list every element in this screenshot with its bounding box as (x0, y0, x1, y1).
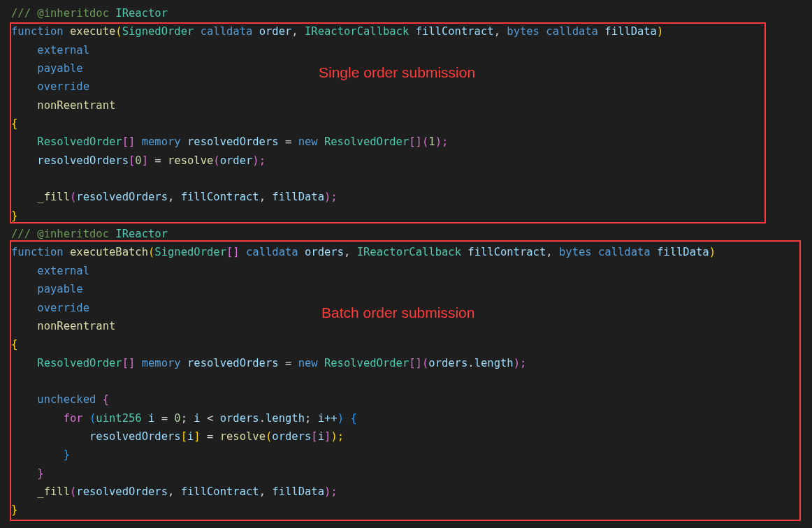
modifier-payable: payable (11, 283, 83, 295)
paren-close-semi: ); (324, 485, 338, 498)
param-type: bytes (507, 25, 539, 38)
paren-close: ) (657, 25, 663, 38)
function-call: resolve (220, 430, 266, 443)
param-name: fillData (651, 246, 709, 258)
bracket-close: ] (194, 430, 200, 443)
equals: = (161, 412, 175, 425)
var-name: resolvedOrders (89, 430, 181, 443)
array-brackets: [] (409, 357, 422, 369)
paren-open: ( (70, 191, 76, 203)
for-keyword: for (64, 412, 83, 425)
equals: = (285, 135, 298, 148)
paren-open: ( (213, 154, 219, 167)
semicolon: ; (181, 412, 194, 425)
paren-open: ( (266, 430, 272, 443)
indent (11, 412, 64, 425)
new-keyword: new (298, 357, 318, 369)
comma: , (168, 485, 181, 498)
param-name: fillContract (461, 246, 546, 258)
index-literal: 0 (135, 154, 141, 167)
array-brackets: [] (409, 135, 422, 148)
index-var: i (318, 430, 324, 443)
var-name: resolvedOrders (181, 357, 285, 369)
paren-close-semi: ); (514, 357, 527, 369)
array-brackets: [] (122, 357, 136, 369)
param-type: IReactorCallback (357, 246, 461, 258)
blank-line (11, 173, 17, 185)
argument: fillData (272, 485, 324, 498)
paren-open: ( (70, 485, 76, 498)
paren-open: ( (115, 25, 122, 38)
var-type: ResolvedOrder (11, 135, 122, 148)
constructor-type: ResolvedOrder (318, 135, 409, 148)
var-name: resolvedOrders (181, 135, 285, 148)
param-location: calldata (240, 246, 298, 258)
argument: fillData (272, 191, 324, 203)
param-type: SignedOrder (154, 246, 226, 258)
param-type: bytes (559, 246, 592, 258)
paren-close-semi: ); (331, 430, 344, 443)
comma: , (291, 25, 305, 38)
indent (11, 430, 89, 443)
brace-open: { (96, 393, 109, 406)
property: length (474, 357, 514, 369)
paren-open: ( (148, 246, 154, 258)
modifier-external: external (11, 44, 89, 57)
argument: orders (428, 357, 467, 369)
dot: . (467, 357, 474, 369)
argument: order (220, 154, 253, 167)
param-name: order (252, 25, 291, 38)
bracket-open: [ (181, 430, 187, 443)
equals: = (148, 154, 168, 167)
argument: fillContract (181, 485, 259, 498)
param-name: fillContract (409, 25, 493, 38)
bracket-close: ] (142, 154, 148, 167)
comma: , (259, 191, 273, 203)
array-brackets: [] (226, 246, 240, 258)
param-location: calldata (592, 246, 651, 258)
var-type: ResolvedOrder (11, 357, 122, 369)
paren-open: ( (422, 135, 428, 148)
paren-close-semi: ); (324, 191, 338, 203)
paren-close: ) (709, 246, 716, 258)
argument: resolvedOrders (76, 485, 168, 498)
number-literal: 1 (428, 135, 435, 148)
function-name: execute (64, 25, 116, 38)
bracket-close: ] (324, 430, 331, 443)
paren-close-semi: ); (252, 154, 266, 167)
var-name: resolvedOrders (11, 154, 129, 167)
function-call: _fill (11, 485, 70, 498)
number-literal: 0 (174, 412, 180, 425)
increment: i++ (318, 412, 338, 425)
comma: , (494, 25, 507, 38)
modifier-payable: payable (11, 62, 83, 75)
param-name: fillData (598, 25, 657, 38)
modifier-nonreentrant: nonReentrant (11, 99, 115, 112)
equals: = (201, 430, 220, 443)
brace-open: { (11, 117, 17, 130)
function-keyword: function (11, 25, 64, 38)
param-type: SignedOrder (122, 25, 194, 38)
unchecked-keyword: unchecked (11, 393, 96, 406)
modifier-external: external (11, 265, 89, 277)
paren-open: ( (83, 412, 96, 425)
loop-var: i (142, 412, 161, 425)
array-brackets: [] (122, 135, 136, 148)
doc-comment: /// @inheritdoc (11, 228, 109, 240)
comma: , (546, 246, 559, 258)
doc-type-ref: IReactor (109, 228, 168, 240)
bracket-open: [ (129, 154, 135, 167)
comma: , (344, 246, 357, 258)
dot: . (259, 412, 266, 425)
memory-keyword: memory (135, 135, 180, 148)
paren-open: ( (422, 357, 428, 369)
new-keyword: new (298, 135, 318, 148)
bracket-open: [ (311, 430, 317, 443)
function-call: resolve (168, 154, 213, 167)
loop-var-type: uint256 (96, 412, 141, 425)
brace-close: } (11, 448, 70, 461)
argument: fillContract (181, 191, 259, 203)
loop-var: i (194, 412, 207, 425)
paren-close-semi: ); (435, 135, 449, 148)
param-location: calldata (194, 25, 252, 38)
